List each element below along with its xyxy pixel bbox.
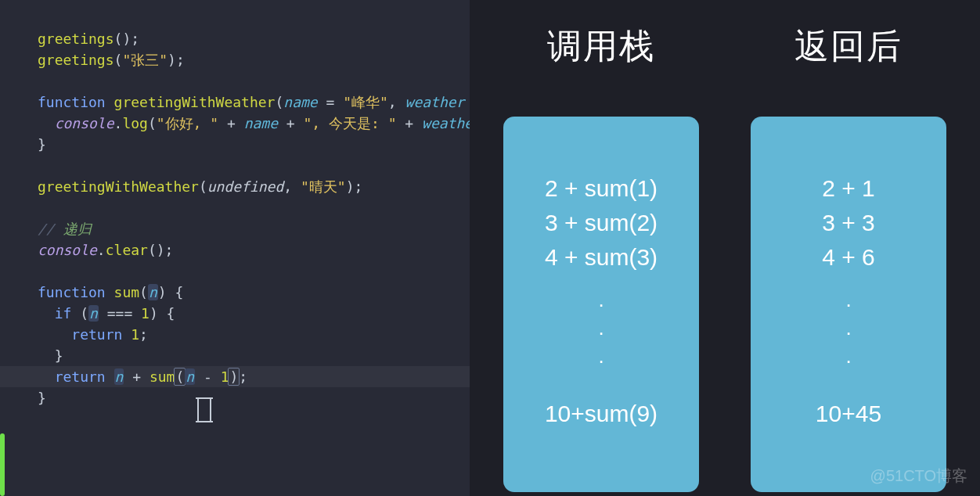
stack-row: 10+sum(9) (545, 397, 658, 431)
watermark: @51CTO博客 (870, 465, 967, 487)
call-stack-card: 2 + sum(1) 3 + sum(2) 4 + sum(3) · · · 1… (503, 117, 699, 492)
code-line: } (38, 387, 470, 408)
scrollbar-thumb[interactable] (0, 433, 5, 496)
result-row: 10+45 (816, 397, 881, 431)
ellipsis-dot: · (598, 290, 603, 318)
ellipsis-dot: · (845, 290, 851, 318)
ellipsis-dot: · (598, 347, 603, 375)
result-column: 返回后 2 + 1 3 + 3 4 + 6 · · · 10+45 (751, 23, 946, 492)
result-title: 返回后 (794, 23, 903, 70)
code-line: greetingWithWeather(undefined, "晴天"); (38, 176, 470, 197)
code-line: return 1; (38, 324, 470, 345)
ellipsis-dot: · (845, 347, 851, 375)
call-stack-title: 调用栈 (547, 23, 655, 70)
result-row: 3 + 3 (822, 206, 875, 240)
recursion-diagram: 调用栈 2 + sum(1) 3 + sum(2) 4 + sum(3) · ·… (470, 0, 980, 496)
code-comment: // 递归 (38, 218, 470, 239)
stack-row: 2 + sum(1) (545, 171, 658, 206)
code-line: if (n === 1) { (38, 303, 470, 324)
code-line: function greetingWithWeather(name = "峰华"… (38, 92, 470, 113)
ellipsis-dot: · (845, 318, 851, 347)
ellipsis-dot: · (598, 318, 603, 347)
code-line-active: return n + sum(n - 1); (38, 366, 470, 387)
stack-row: 4 + sum(3) (545, 240, 658, 275)
code-line: greetings(); (38, 28, 470, 49)
stack-row: 3 + sum(2) (545, 206, 658, 240)
result-row: 2 + 1 (822, 171, 875, 206)
code-line: } (38, 134, 470, 155)
code-editor[interactable]: greetings(); greetings("张三"); function g… (0, 0, 470, 496)
result-card: 2 + 1 3 + 3 4 + 6 · · · 10+45 (751, 117, 946, 492)
call-stack-column: 调用栈 2 + sum(1) 3 + sum(2) 4 + sum(3) · ·… (503, 23, 699, 492)
code-line: console.log("你好, " + name + ", 今天是: " + … (38, 113, 470, 134)
code-line: } (38, 345, 470, 366)
result-row: 4 + 6 (822, 240, 875, 275)
code-line: console.clear(); (38, 239, 470, 261)
code-line: function sum(n) { (38, 282, 470, 303)
code-line: greetings("张三"); (38, 49, 470, 70)
